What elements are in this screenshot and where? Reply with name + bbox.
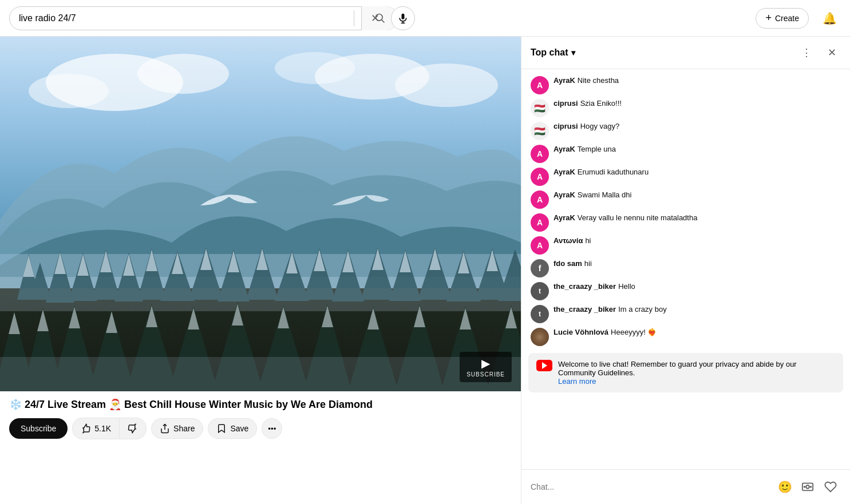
username: AyraK	[554, 191, 575, 199]
message-text: hi	[585, 236, 591, 245]
chat-message: 🇭🇺 ciprusi Szia Eniko!!!	[521, 97, 850, 120]
welcome-message: Welcome to live chat! Remember to guard …	[558, 360, 797, 377]
more-options-button[interactable]: •••	[262, 418, 282, 439]
search-bar	[9, 6, 398, 30]
superchat-button[interactable]	[797, 477, 818, 497]
username: the_craazy _biker	[554, 305, 616, 313]
username: the_craazy _biker	[554, 282, 616, 291]
notifications-button[interactable]: 🔔	[818, 7, 841, 30]
chat-message: t the_craazy _biker Im a crazy boy	[521, 303, 850, 326]
yt-play-icon: ▶	[481, 356, 490, 370]
main-content: ▶ SUBSCRIBE ❄️ 24/7 Live Stream 🎅 Best C…	[0, 37, 850, 504]
video-title: ❄️ 24/7 Live Stream 🎅 Best Chill House W…	[9, 398, 512, 411]
avatar: f	[531, 259, 549, 277]
chat-message: A AyraK Swami Malla dhi	[521, 188, 850, 211]
mic-button[interactable]	[391, 6, 415, 30]
svg-point-7	[137, 54, 229, 94]
heart-icon	[824, 481, 837, 493]
share-button[interactable]: Share	[151, 418, 203, 439]
username: AyraK	[554, 145, 575, 153]
learn-more-link[interactable]: Learn more	[558, 377, 596, 386]
message-text: Swami Malla dhi	[578, 191, 632, 199]
chat-message: A AyraK Temple una	[521, 142, 850, 165]
video-scene-svg	[0, 37, 521, 391]
save-icon	[216, 423, 227, 434]
mic-icon	[397, 13, 409, 24]
avatar	[531, 328, 549, 346]
dollar-icon	[801, 481, 814, 493]
like-dislike-group: 5.1K	[72, 418, 147, 439]
thumbs-up-icon	[81, 423, 91, 434]
heart-button[interactable]	[820, 477, 841, 497]
clear-search-button[interactable]: ✕	[371, 12, 379, 25]
video-player[interactable]: ▶ SUBSCRIBE	[0, 37, 521, 391]
like-count: 5.1K	[94, 424, 111, 433]
message-content: Αντωνία hi	[554, 236, 841, 245]
like-button[interactable]: 5.1K	[73, 418, 120, 439]
chat-message: A AyraK Veray vallu le nennu nite matala…	[521, 211, 850, 234]
avatar: A	[531, 145, 549, 163]
username: Αντωνία	[554, 236, 583, 245]
video-info: ❄️ 24/7 Live Stream 🎅 Best Chill House W…	[0, 391, 521, 446]
svg-point-89	[811, 486, 812, 487]
share-label: Share	[173, 424, 195, 433]
chat-input-actions: 🙂	[774, 477, 841, 497]
svg-point-88	[804, 486, 805, 487]
message-text: Im a crazy boy	[618, 305, 667, 313]
username: fdo sam	[554, 259, 582, 268]
username: ciprusi	[554, 99, 578, 108]
search-input[interactable]	[19, 13, 347, 23]
avatar: A	[531, 213, 549, 232]
message-content: ciprusi Hogy vagy?	[554, 122, 841, 130]
message-text: Veray vallu le nennu nite mataladtha	[578, 213, 698, 222]
svg-rect-2	[402, 13, 405, 19]
chat-message: A Αντωνία hi	[521, 234, 850, 257]
username: AyraK	[554, 168, 575, 176]
svg-line-1	[381, 19, 384, 22]
message-content: Lucie Vöhnlová Heeeyyyy! ❤️‍🔥	[554, 328, 841, 336]
more-icon: •••	[268, 424, 276, 433]
svg-point-8	[29, 74, 109, 108]
avatar: t	[531, 305, 549, 323]
thumbs-down-icon	[128, 423, 138, 434]
dislike-button[interactable]	[120, 418, 146, 439]
create-button[interactable]: + Create	[756, 8, 809, 29]
avatar: A	[531, 168, 549, 186]
message-content: the_craazy _biker Im a crazy boy	[554, 305, 841, 313]
emoji-button[interactable]: 🙂	[774, 477, 795, 497]
subscribe-watermark-label: SUBSCRIBE	[466, 371, 505, 378]
subscribe-watermark[interactable]: ▶ SUBSCRIBE	[460, 352, 512, 382]
username: AyraK	[554, 76, 575, 85]
header-right: + Create 🔔	[756, 7, 841, 30]
chat-input-area: 🙂	[521, 469, 850, 504]
username: Lucie Vöhnlová	[554, 328, 608, 336]
message-text: Temple una	[578, 145, 616, 153]
avatar: t	[531, 282, 549, 300]
chat-close-button[interactable]: ✕	[823, 43, 841, 62]
chevron-down-icon: ▾	[571, 48, 575, 57]
svg-point-10	[395, 64, 498, 107]
chat-input[interactable]	[531, 482, 770, 491]
save-button[interactable]: Save	[208, 418, 257, 439]
message-content: the_craazy _biker Hello	[554, 282, 841, 291]
chat-mode-button[interactable]: Top chat ▾	[531, 47, 575, 58]
chat-message: A AyraK Erumudi kaduthunaru	[521, 165, 850, 188]
username: AyraK	[554, 213, 575, 222]
message-text: Hello	[618, 282, 635, 291]
message-text: Erumudi kaduthunaru	[578, 168, 649, 176]
share-icon	[160, 423, 170, 434]
video-actions: Subscribe 5.1K	[9, 418, 512, 439]
message-content: AyraK Temple una	[554, 145, 841, 153]
avatar: 🇭🇺	[531, 99, 549, 117]
message-text: hii	[584, 259, 592, 268]
plus-icon: +	[765, 12, 772, 24]
chat-title: Top chat	[531, 47, 568, 58]
message-text: Nite chestha	[578, 76, 619, 85]
svg-point-11	[275, 52, 355, 84]
subscribe-button[interactable]: Subscribe	[9, 418, 68, 439]
message-text: Hogy vagy?	[580, 122, 620, 130]
message-content: ciprusi Szia Eniko!!!	[554, 99, 841, 108]
welcome-text: Welcome to live chat! Remember to guard …	[558, 360, 835, 386]
search-divider	[354, 10, 354, 26]
chat-more-button[interactable]: ⋮	[797, 43, 816, 62]
